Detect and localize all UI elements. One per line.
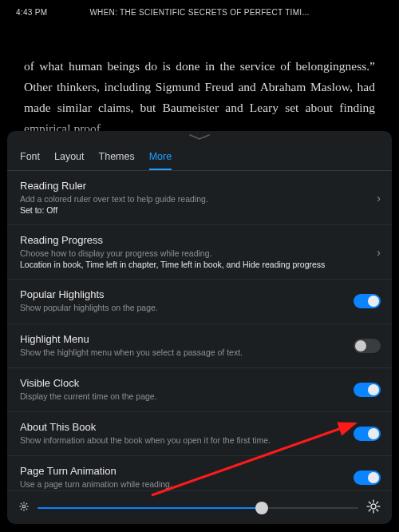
- svg-line-17: [377, 502, 378, 503]
- chevron-down-icon: [189, 134, 210, 141]
- brightness-bar: [7, 490, 392, 524]
- svg-line-16: [369, 509, 370, 510]
- row-desc: Use a page turn animation while reading.: [20, 478, 379, 490]
- status-bar: 4:43 PM WHEN: THE SCIENTIFIC SECRETS OF …: [0, 0, 399, 24]
- toggle-highlight-menu[interactable]: [354, 339, 381, 353]
- display-settings-panel: Font Layout Themes More Reading Ruler Ad…: [7, 131, 392, 524]
- svg-line-7: [21, 508, 22, 509]
- tabs: Font Layout Themes More: [7, 144, 392, 171]
- clock-text: 4:43 PM: [16, 8, 47, 17]
- settings-list: Reading Ruler Add a colored ruler over t…: [7, 171, 392, 524]
- panel-grabber[interactable]: [7, 131, 392, 144]
- row-title: Reading Progress: [20, 234, 379, 246]
- chevron-right-icon: ›: [377, 246, 381, 259]
- brightness-slider[interactable]: [38, 500, 358, 516]
- svg-line-6: [26, 508, 27, 509]
- row-title: Visible Clock: [20, 377, 379, 389]
- brightness-low-icon: [18, 501, 30, 515]
- svg-line-14: [369, 502, 370, 503]
- row-title: Reading Ruler: [20, 180, 379, 192]
- brightness-thumb[interactable]: [255, 502, 268, 514]
- row-title: About This Book: [20, 421, 379, 433]
- tab-themes[interactable]: Themes: [99, 151, 135, 170]
- row-title: Page Turn Animation: [20, 465, 379, 477]
- svg-line-8: [26, 503, 27, 504]
- brightness-fill: [38, 507, 262, 509]
- chevron-right-icon: ›: [377, 192, 381, 204]
- row-desc: Show popular highlights on the page.: [20, 302, 379, 313]
- brightness-high-icon: [366, 499, 381, 517]
- svg-line-15: [377, 509, 378, 510]
- row-desc: Choose how to display your progress whil…: [20, 248, 379, 259]
- svg-line-5: [21, 503, 22, 504]
- row-about-this-book: About This Book Show information about t…: [7, 412, 392, 456]
- row-popular-highlights: Popular Highlights Show popular highligh…: [7, 280, 392, 324]
- tab-font[interactable]: Font: [20, 151, 40, 170]
- row-value: Location in book, Time left in chapter, …: [20, 260, 379, 269]
- row-visible-clock: Visible Clock Display the current time o…: [7, 368, 392, 412]
- row-reading-progress[interactable]: Reading Progress Choose how to display y…: [7, 225, 392, 280]
- row-desc: Display the current time on the page.: [20, 391, 379, 402]
- tab-layout[interactable]: Layout: [54, 151, 85, 170]
- row-title: Popular Highlights: [20, 288, 379, 300]
- row-value: Set to: Off: [20, 205, 379, 215]
- row-desc: Show information about the book when you…: [20, 435, 379, 446]
- row-highlight-menu: Highlight Menu Show the highlight menu w…: [7, 324, 392, 368]
- svg-point-0: [22, 505, 26, 508]
- row-reading-ruler[interactable]: Reading Ruler Add a colored ruler over t…: [7, 171, 392, 225]
- toggle-page-turn-animation[interactable]: [354, 470, 381, 485]
- row-desc: Show the highlight menu when you select …: [20, 347, 379, 358]
- toggle-popular-highlights[interactable]: [354, 294, 381, 308]
- tab-more[interactable]: More: [149, 151, 172, 170]
- row-desc: Add a colored ruler over text to help gu…: [20, 193, 379, 204]
- row-title: Highlight Menu: [20, 333, 379, 345]
- book-title-header: WHEN: THE SCIENTIFIC SECRETS OF PERFECT …: [89, 8, 309, 17]
- toggle-about-this-book[interactable]: [354, 427, 381, 441]
- svg-point-9: [371, 504, 376, 509]
- status-spacer: [381, 8, 383, 17]
- toggle-visible-clock[interactable]: [354, 383, 381, 397]
